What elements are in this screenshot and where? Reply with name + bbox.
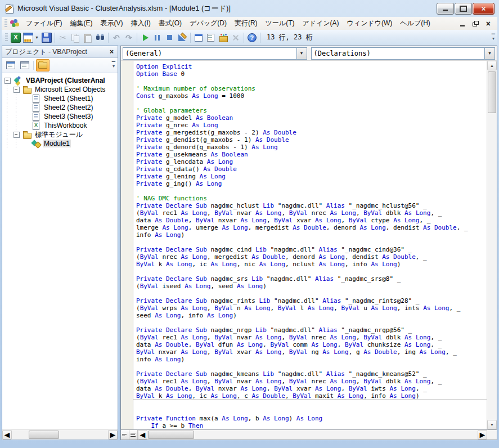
break-icon[interactable] bbox=[152, 32, 163, 43]
view-excel-icon[interactable] bbox=[10, 32, 21, 43]
code-line: Private g_cdata() As Double bbox=[136, 165, 487, 173]
menu-file[interactable]: ファイル(F) bbox=[22, 17, 66, 30]
tree-item-sheet3-sheet3[interactable]: Sheet3 (Sheet3) bbox=[2, 112, 118, 121]
tree-item-sheet2-sheet2[interactable]: Sheet2 (Sheet2) bbox=[2, 103, 118, 112]
scroll-left-icon[interactable]: ◄ bbox=[2, 430, 12, 440]
menu-edit[interactable]: 編集(E) bbox=[66, 17, 96, 30]
code-line bbox=[136, 400, 487, 407]
toolbar-grip[interactable] bbox=[5, 33, 8, 42]
code-line: Private Declare Sub nagdmc_nrgp Lib "nag… bbox=[136, 326, 487, 334]
full-module-view-button[interactable] bbox=[129, 430, 138, 440]
code-hscrollbar[interactable]: ◄ ► bbox=[138, 430, 487, 440]
menu-window[interactable]: ウィンドウ(W) bbox=[343, 17, 397, 30]
object-dropdown-button[interactable]: ▼ bbox=[296, 48, 307, 59]
run-icon[interactable] bbox=[140, 32, 151, 43]
save-icon[interactable] bbox=[41, 32, 52, 43]
code-window-bottom-bar: ◄ ► bbox=[121, 429, 497, 440]
project-panel-close-icon[interactable]: × bbox=[107, 47, 116, 56]
code-margin-indicator-bar[interactable] bbox=[121, 61, 133, 429]
tree-item-microsoft-excel-objects[interactable]: Microsoft Excel Objects bbox=[2, 85, 118, 94]
maximize-button[interactable] bbox=[455, 3, 472, 15]
code-vscrollbar[interactable]: ▲ ▼ bbox=[487, 61, 497, 429]
procedure-view-button[interactable] bbox=[121, 430, 129, 440]
project-tree-hscrollbar[interactable]: ◄ ► bbox=[2, 429, 118, 440]
help-icon[interactable] bbox=[246, 32, 258, 43]
toggle-folders-button[interactable] bbox=[36, 59, 50, 71]
code-line: (ByVal rec1 As Long, ByVal nvar As Long,… bbox=[136, 209, 487, 217]
chevron-down-icon: ▼ bbox=[488, 51, 492, 55]
collapse-icon[interactable] bbox=[5, 78, 11, 84]
window-controls: × bbox=[437, 3, 494, 15]
code-line: Private Function max(a As Long, b As Lon… bbox=[136, 415, 487, 422]
title-bar: Microsoft Visual Basic - ClusterAnalysis… bbox=[0, 0, 499, 17]
project-panel-header[interactable]: プロジェクト - VBAProject × bbox=[2, 46, 118, 58]
code-line: Option Explicit bbox=[136, 63, 487, 70]
code-line bbox=[136, 100, 487, 107]
tree-item-module1[interactable]: Module1 bbox=[2, 139, 118, 148]
code-editor[interactable]: Option ExplicitOption Base 0 ' Maximum n… bbox=[133, 61, 487, 429]
scroll-right-icon[interactable]: ► bbox=[108, 430, 118, 440]
scroll-thumb[interactable] bbox=[29, 431, 59, 439]
properties-window-icon[interactable] bbox=[205, 32, 217, 43]
module-icon bbox=[32, 140, 41, 148]
procedure-dropdown[interactable]: (Declarations) ▼ bbox=[311, 47, 496, 60]
panel-options-icon[interactable]: ▔▾ bbox=[112, 63, 115, 68]
scroll-up-icon[interactable]: ▲ bbox=[487, 61, 497, 70]
scroll-right-icon[interactable]: ► bbox=[478, 430, 487, 440]
mdi-restore-icon[interactable] bbox=[473, 21, 478, 26]
tree-item-label: Sheet2 (Sheet2) bbox=[43, 104, 94, 111]
menu-help[interactable]: ヘルプ(H) bbox=[396, 17, 434, 30]
minimize-button[interactable] bbox=[437, 3, 454, 15]
menu-debug[interactable]: デバッグ(D) bbox=[186, 17, 231, 30]
project-panel-title: プロジェクト - VBAProject bbox=[5, 47, 87, 57]
project-explorer-icon[interactable] bbox=[193, 32, 204, 43]
standard-toolbar: ▼ 13 行, 23 桁 ▔▾ bbox=[2, 30, 497, 46]
mdi-close-icon[interactable]: × bbox=[486, 20, 491, 28]
scroll-thumb[interactable] bbox=[488, 71, 496, 113]
menu-run[interactable]: 実行(R) bbox=[231, 17, 262, 30]
tree-item-[interactable]: 標準モジュール bbox=[2, 130, 118, 139]
code-line: data As Double, ByVal nxvar As Long, ByV… bbox=[136, 385, 487, 392]
menu-addins[interactable]: アドイン(A) bbox=[298, 17, 343, 30]
collapse-icon[interactable] bbox=[14, 87, 20, 93]
menu-view[interactable]: 表示(V) bbox=[96, 17, 127, 30]
view-object-button[interactable] bbox=[19, 60, 31, 71]
close-button[interactable]: × bbox=[473, 3, 494, 15]
scroll-thumb[interactable] bbox=[148, 431, 194, 439]
mdi-client-area: プロジェクト - VBAProject × ▔▾ VBAProject (Clu… bbox=[2, 45, 497, 440]
tree-item-sheet1-sheet1[interactable]: Sheet1 (Sheet1) bbox=[2, 94, 118, 103]
object-dropdown-value: (General) bbox=[123, 50, 162, 57]
minimize-icon bbox=[443, 10, 448, 11]
code-line: info As Long) bbox=[136, 356, 487, 363]
sheet-icon bbox=[32, 95, 41, 103]
tree-item-label: Sheet1 (Sheet1) bbox=[43, 95, 94, 102]
object-dropdown[interactable]: (General) ▼ bbox=[123, 47, 307, 60]
code-line: (ByVal rec1 As Long, ByVal nvar As Long,… bbox=[136, 378, 487, 385]
view-code-button[interactable] bbox=[5, 60, 17, 71]
menu-insert[interactable]: 挿入(I) bbox=[127, 17, 154, 30]
tree-item-thisworkbook[interactable]: ThisWorkbook bbox=[2, 121, 118, 130]
code-line: lmerge As Long, umerge As Long, mergedis… bbox=[136, 224, 487, 231]
tree-item-label: 標準モジュール bbox=[34, 130, 84, 140]
menu-format[interactable]: 書式(O) bbox=[155, 17, 186, 30]
scroll-left-icon[interactable]: ◄ bbox=[138, 430, 147, 440]
code-line bbox=[136, 187, 487, 195]
menubar-grip[interactable] bbox=[5, 19, 7, 28]
menu-tools[interactable]: ツール(T) bbox=[262, 17, 299, 30]
procedure-dropdown-button[interactable]: ▼ bbox=[484, 48, 494, 59]
code-line: Private g_nrec As Long bbox=[136, 122, 487, 129]
tree-item-label: ThisWorkbook bbox=[43, 122, 88, 129]
find-icon[interactable] bbox=[95, 32, 106, 43]
code-line: (ByVal iseed As Long, seed As Long) bbox=[136, 283, 487, 290]
reset-icon[interactable] bbox=[164, 32, 176, 43]
tree-item-vbaproject-clusteranal[interactable]: VBAProject (ClusterAnal bbox=[2, 76, 118, 85]
scroll-down-icon[interactable]: ▼ bbox=[487, 420, 497, 429]
mdi-minimize-icon[interactable] bbox=[460, 25, 465, 26]
collapse-icon[interactable] bbox=[14, 132, 20, 138]
design-mode-icon[interactable] bbox=[177, 32, 188, 43]
chevron-down-icon[interactable]: ▼ bbox=[35, 35, 39, 39]
toolbar-options-icon[interactable]: ▔▾ bbox=[492, 35, 495, 40]
object-browser-icon[interactable] bbox=[218, 32, 229, 43]
insert-userform-icon[interactable] bbox=[23, 32, 34, 43]
code-line: Private Declare Sub nagdmc_srs Lib "nagd… bbox=[136, 275, 487, 283]
